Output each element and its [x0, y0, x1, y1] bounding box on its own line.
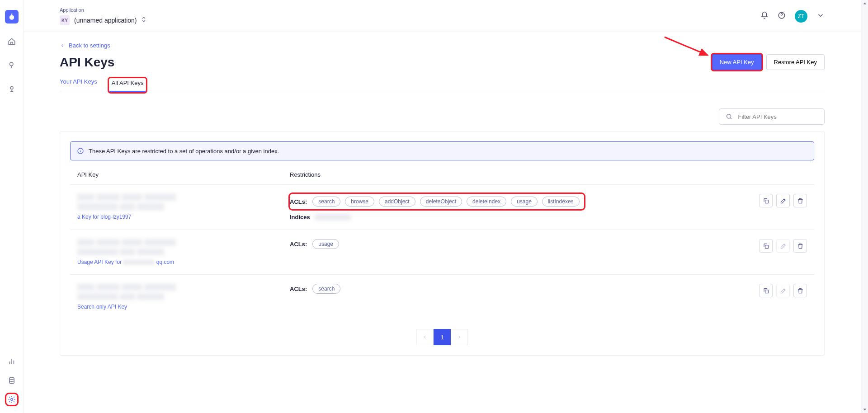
delete-button[interactable]: [793, 284, 807, 297]
delete-button[interactable]: [793, 194, 807, 207]
bell-icon[interactable]: [760, 11, 769, 21]
row-actions: [759, 239, 807, 265]
col-api-key: API Key: [77, 171, 290, 178]
app-logo-icon[interactable]: [5, 10, 19, 23]
key-cell: a Key for blog-lzy1997: [77, 194, 290, 221]
annotation-arrow: [662, 33, 712, 62]
key-description: Search-only API Key: [77, 304, 290, 310]
edit-button: [776, 284, 790, 297]
table-row: a Key for blog-lzy1997 ACLs:searchbrowse…: [70, 185, 814, 230]
new-api-key-button[interactable]: New API Key: [712, 54, 762, 70]
page-prev[interactable]: [416, 329, 434, 345]
key-cell: Usage API Key for qq.com: [77, 239, 290, 265]
edit-button: [776, 239, 790, 253]
key-description: Usage API Key for qq.com: [77, 259, 290, 265]
acl-pill: deleteIndex: [467, 197, 506, 206]
main: Application KY (unnamed application) ZT: [24, 0, 861, 413]
acl-pill: browse: [345, 197, 374, 206]
avatar[interactable]: ZT: [795, 10, 807, 23]
analytics-icon[interactable]: [6, 356, 17, 367]
filter-input-wrapper[interactable]: [719, 108, 825, 125]
search-icon: [726, 113, 733, 121]
col-restrictions: Restrictions: [290, 171, 321, 178]
acls-label: ACLs:: [290, 198, 307, 205]
table-row: Search-only API Key ACLs:search: [70, 275, 814, 319]
app-chip: KY: [60, 15, 70, 25]
key-cell: Search-only API Key: [77, 284, 290, 310]
svg-rect-8: [765, 200, 768, 203]
settings-icon[interactable]: [6, 394, 17, 405]
svg-point-1: [9, 62, 13, 66]
edit-button[interactable]: [776, 194, 790, 207]
restore-api-key-button[interactable]: Restore API Key: [766, 54, 825, 70]
help-icon[interactable]: [778, 11, 786, 21]
row-actions: [759, 284, 807, 310]
scrollbar[interactable]: [861, 0, 868, 413]
acls-label: ACLs:: [290, 241, 307, 248]
chevron-down-icon[interactable]: [816, 11, 825, 21]
copy-button[interactable]: [759, 194, 773, 207]
svg-point-4: [10, 399, 13, 401]
page-title: API Keys: [60, 55, 114, 70]
copy-button[interactable]: [759, 284, 773, 297]
restrictions-cell: ACLs:searchbrowseaddObjectdeleteObjectde…: [290, 194, 759, 221]
delete-button[interactable]: [793, 239, 807, 253]
acl-pill: usage: [511, 197, 538, 206]
svg-rect-9: [765, 245, 768, 248]
acl-pill: search: [312, 197, 340, 206]
svg-rect-10: [765, 290, 768, 293]
tab-all-keys[interactable]: All API Keys: [109, 78, 146, 92]
pagination: 1: [70, 329, 814, 345]
tabs: Your API Keys All API Keys: [60, 78, 825, 92]
svg-point-3: [9, 377, 14, 380]
acl-pill: search: [312, 284, 340, 294]
filter-input[interactable]: [738, 113, 818, 120]
header: Application KY (unnamed application) ZT: [24, 0, 861, 32]
table-row: Usage API Key for qq.comACLs:usage: [70, 230, 814, 275]
indices-label: Indices: [290, 214, 310, 221]
acl-pill: usage: [312, 239, 339, 249]
api-keys-panel: These API Keys are restricted to a set o…: [60, 131, 825, 356]
scroll-down-icon[interactable]: [861, 406, 868, 413]
key-description: a Key for blog-lzy1997: [77, 214, 290, 220]
search-config-icon[interactable]: [6, 60, 17, 70]
table-header: API Key Restrictions: [70, 162, 814, 185]
svg-point-6: [727, 114, 731, 118]
svg-point-0: [9, 15, 14, 19]
acl-pill: listIndexes: [542, 197, 580, 206]
tab-your-keys[interactable]: Your API Keys: [60, 78, 97, 92]
info-banner: These API Keys are restricted to a set o…: [70, 141, 814, 160]
acls-label: ACLs:: [290, 286, 307, 292]
copy-button[interactable]: [759, 239, 773, 253]
app-label: Application: [60, 7, 146, 13]
restrictions-cell: ACLs:search: [290, 284, 759, 310]
nav-rail: [0, 0, 24, 413]
page-current[interactable]: 1: [434, 329, 451, 345]
page-next[interactable]: [451, 329, 468, 345]
acl-pill: deleteObject: [420, 197, 462, 206]
row-actions: [759, 194, 807, 221]
chevron-updown-icon: [142, 16, 146, 24]
home-icon[interactable]: [6, 36, 17, 47]
recommend-icon[interactable]: [6, 83, 17, 94]
svg-point-2: [10, 87, 13, 89]
scroll-up-icon[interactable]: [861, 0, 868, 7]
back-link-label: Back to settings: [69, 42, 110, 49]
info-icon: [77, 147, 84, 155]
info-banner-text: These API Keys are restricted to a set o…: [89, 148, 279, 155]
acl-pill: addObject: [379, 197, 415, 206]
app-name: (unnamed application): [74, 17, 137, 24]
restrictions-cell: ACLs:usage: [290, 239, 759, 265]
data-sources-icon[interactable]: [6, 375, 17, 386]
app-selector[interactable]: KY (unnamed application): [60, 15, 146, 25]
